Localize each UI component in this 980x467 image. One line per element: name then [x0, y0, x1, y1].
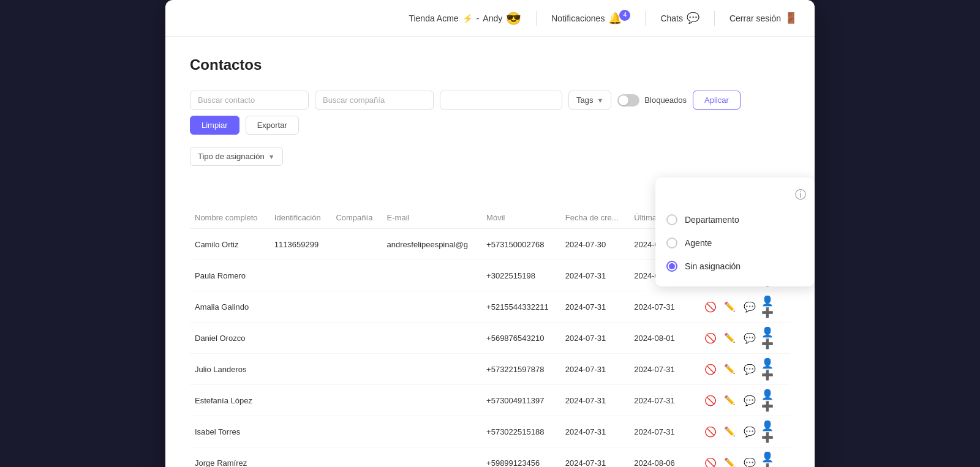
info-icon[interactable]: ⓘ — [795, 187, 806, 202]
apply-button[interactable]: Aplicar — [693, 91, 741, 110]
block-icon[interactable]: 🚫 — [703, 424, 718, 439]
cell-created: 2024-07-31 — [560, 447, 629, 468]
cell-actions: 🚫 ✏️ 💬 👤➕ — [698, 416, 790, 447]
chevron-down-icon-2: ▼ — [268, 153, 275, 160]
add-user-icon[interactable]: 👤➕ — [761, 455, 777, 467]
cell-created: 2024-07-30 — [560, 229, 629, 260]
header-divider-2 — [645, 11, 646, 26]
chats-button[interactable]: Chats 💬 — [660, 12, 699, 24]
cell-email — [382, 323, 482, 354]
edit-icon[interactable]: ✏️ — [722, 361, 738, 377]
add-user-icon[interactable]: 👤➕ — [761, 299, 777, 315]
cell-updated: 2024-08-01 — [629, 323, 698, 354]
col-id: Identificación — [270, 207, 331, 229]
table-row: Julio Landeros +573221597878 2024-07-31 … — [190, 354, 790, 385]
cell-email — [382, 385, 482, 416]
cell-name: Isabel Torres — [190, 416, 270, 447]
cell-company — [331, 229, 382, 260]
radio-circle — [666, 214, 677, 225]
chat-icon[interactable]: 💬 — [742, 299, 758, 315]
chevron-down-icon: ▼ — [597, 97, 603, 104]
header-divider-3 — [714, 11, 715, 26]
blocked-toggle[interactable] — [617, 94, 639, 106]
cell-email — [382, 447, 482, 468]
logout-icon: 🚪 — [785, 12, 797, 24]
block-icon[interactable]: 🚫 — [703, 361, 718, 377]
chat-icon: 💬 — [687, 12, 699, 24]
search-contact-input[interactable] — [190, 91, 309, 110]
col-name: Nombre completo — [190, 207, 270, 229]
cell-email — [382, 291, 482, 323]
main-window: Tienda Acme ⚡ - Andy 😎 Notificaciones 🔔 … — [165, 0, 815, 467]
cell-id — [270, 354, 331, 385]
edit-icon[interactable]: ✏️ — [722, 392, 738, 408]
tags-filter[interactable]: Tags ▼ — [568, 91, 611, 110]
dropdown-option[interactable]: Sin asignación — [655, 255, 815, 278]
blocked-label: Bloqueados — [644, 95, 687, 105]
dropdown-option[interactable]: Departamento — [655, 208, 815, 231]
assignment-type-label: Tipo de asignación — [198, 152, 265, 161]
block-icon[interactable]: 🚫 — [703, 330, 718, 346]
cell-company — [331, 291, 382, 323]
edit-icon[interactable]: ✏️ — [722, 455, 738, 467]
lightning-icon: ⚡ — [462, 13, 473, 23]
cell-id: 1113659299 — [270, 229, 331, 260]
logout-button[interactable]: Cerrar sesión 🚪 — [729, 12, 797, 24]
cell-id — [270, 385, 331, 416]
cell-name: Amalia Galindo — [190, 291, 270, 323]
block-icon[interactable]: 🚫 — [703, 299, 718, 315]
cell-created: 2024-07-31 — [560, 323, 629, 354]
cell-updated: 2024-08-06 — [629, 447, 698, 468]
edit-icon[interactable]: ✏️ — [722, 424, 738, 439]
chat-icon[interactable]: 💬 — [742, 330, 758, 346]
user-name: Andy — [483, 13, 502, 23]
edit-icon[interactable]: ✏️ — [722, 299, 738, 315]
cell-updated: 2024-07-31 — [629, 416, 698, 447]
radio-circle — [666, 237, 677, 248]
notifications-button[interactable]: Notificaciones 🔔 4 — [551, 12, 630, 25]
cell-mobile: +3022515198 — [481, 260, 560, 291]
dropdown-option[interactable]: Agente — [655, 231, 815, 255]
page-title: Contactos — [190, 56, 790, 73]
export-button[interactable]: Exportar — [246, 116, 299, 135]
clear-button[interactable]: Limpiar — [190, 116, 239, 135]
filters-row-2: Tipo de asignación ▼ — [190, 147, 790, 166]
col-email: E-mail — [382, 207, 482, 229]
chat-icon[interactable]: 💬 — [742, 424, 758, 439]
chat-icon[interactable]: 💬 — [742, 392, 758, 408]
cell-actions: 🚫 ✏️ 💬 👤➕ — [698, 385, 790, 416]
table-row: Jorge Ramírez +59899123456 2024-07-31 20… — [190, 447, 790, 468]
col-mobile: Móvil — [481, 207, 560, 229]
cell-mobile: +573221597878 — [481, 354, 560, 385]
radio-inner — [669, 263, 675, 269]
cell-created: 2024-07-31 — [560, 354, 629, 385]
add-user-icon[interactable]: 👤➕ — [761, 361, 777, 377]
chats-label: Chats — [660, 13, 683, 23]
add-user-icon[interactable]: 👤➕ — [761, 330, 777, 346]
chat-icon[interactable]: 💬 — [742, 361, 758, 377]
cell-name: Camilo Ortiz — [190, 229, 270, 260]
store-info[interactable]: Tienda Acme ⚡ - Andy 😎 — [409, 11, 521, 26]
block-icon[interactable]: 🚫 — [703, 455, 718, 467]
date-range-input[interactable]: mar, jul 16, 2024 - miéc, ago 14, 2024 — [440, 91, 562, 110]
logout-label: Cerrar sesión — [729, 13, 781, 23]
notifications-label: Notificaciones — [551, 13, 605, 23]
chat-icon[interactable]: 💬 — [742, 455, 758, 467]
cell-mobile: +573022515188 — [481, 416, 560, 447]
cell-actions: 🚫 ✏️ 💬 👤➕ — [698, 447, 790, 468]
cell-id — [270, 416, 331, 447]
block-icon[interactable]: 🚫 — [703, 392, 718, 408]
assignment-type-filter[interactable]: Tipo de asignación ▼ — [190, 147, 283, 166]
add-user-icon[interactable]: 👤➕ — [761, 392, 777, 408]
table-row: Daniel Orozco +569876543210 2024-07-31 2… — [190, 323, 790, 354]
search-company-input[interactable] — [315, 91, 434, 110]
edit-icon[interactable]: ✏️ — [722, 330, 738, 346]
store-name: Tienda Acme — [409, 13, 458, 23]
add-user-icon[interactable]: 👤➕ — [761, 424, 777, 439]
col-company: Compañía — [331, 207, 382, 229]
dropdown-options: Departamento Agente Sin asignación — [655, 208, 815, 278]
cell-mobile: +5215544332211 — [481, 291, 560, 323]
cell-id — [270, 323, 331, 354]
cell-company — [331, 447, 382, 468]
cell-company — [331, 354, 382, 385]
